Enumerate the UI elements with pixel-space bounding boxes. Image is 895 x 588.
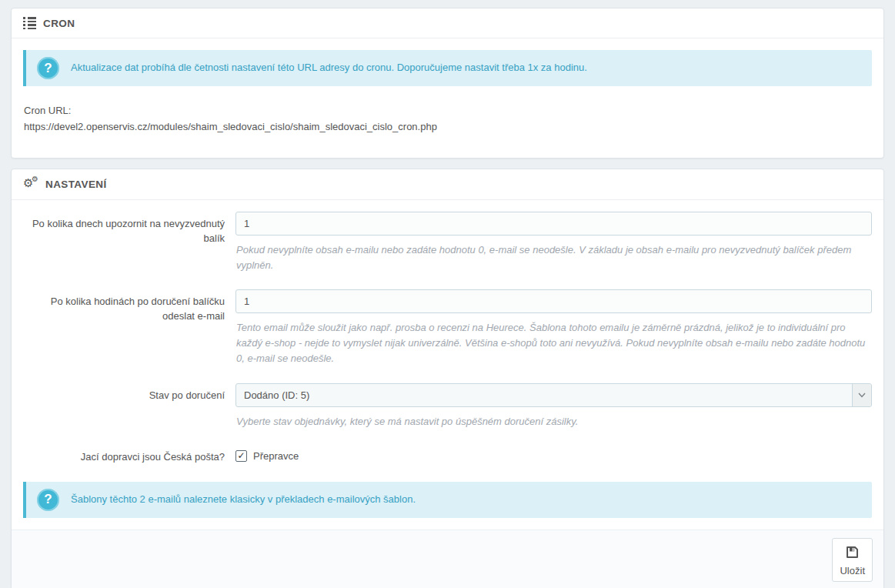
save-button[interactable]: Uložit <box>832 538 873 582</box>
cron-url-value: https://devel2.openservis.cz/modules/sha… <box>24 119 871 135</box>
carrier-checkbox-label: Přepravce <box>253 450 299 462</box>
field-carriers: Jací dopravci jsou Česká pošta? ✓ Přepra… <box>23 446 872 482</box>
save-button-label: Uložit <box>840 565 865 576</box>
cron-panel-body: ? Aktualizace dat probíhá dle četnosti n… <box>12 38 883 158</box>
templates-info-alert: ? Šablony těchto 2 e-mailů naleznete kla… <box>23 482 872 518</box>
question-icon: ? <box>37 57 59 79</box>
cron-panel-title: CRON <box>43 18 75 29</box>
days-not-picked-up-input[interactable] <box>235 212 872 236</box>
question-icon: ? <box>37 489 59 511</box>
field-status-help: Vyberte stav objednávky, který se má nas… <box>236 414 871 429</box>
carrier-checkbox[interactable]: ✓ <box>235 450 247 462</box>
status-selected-value: Dodáno (ID: 5) <box>244 389 309 401</box>
cron-panel-header: CRON <box>12 8 883 38</box>
field-days-not-picked-up: Po kolika dnech upozornit na nevyzvednut… <box>23 212 872 289</box>
field-hours-label: Po kolika hodinách po doručení balíčku o… <box>23 289 235 324</box>
save-icon <box>844 544 860 563</box>
field-status-label: Stav po doručení <box>23 383 235 403</box>
cron-url-block: Cron URL: https://devel2.openservis.cz/m… <box>24 102 871 135</box>
field-hours-after-delivery: Po kolika hodinách po doručení balíčku o… <box>23 289 872 383</box>
carrier-checkbox-row: ✓ Přepravce <box>235 446 872 462</box>
page-content: CRON ? Aktualizace dat probíhá dle četno… <box>0 0 895 588</box>
status-after-delivery-select[interactable]: Dodáno (ID: 5) <box>235 383 872 407</box>
templates-alert-text: Šablony těchto 2 e-mailů naleznete klasi… <box>71 493 416 506</box>
settings-panel: ⚙ ⚙ NASTAVENÍ Po kolika dnech upozornit … <box>11 169 884 588</box>
cron-panel: CRON ? Aktualizace dat probíhá dle četno… <box>11 8 884 159</box>
gears-icon: ⚙ ⚙ <box>23 178 38 191</box>
field-carriers-label: Jací dopravci jsou Česká pošta? <box>23 446 235 465</box>
chevron-down-icon <box>852 384 871 406</box>
list-icon <box>23 17 36 29</box>
settings-panel-header: ⚙ ⚙ NASTAVENÍ <box>12 169 883 200</box>
field-status-after-delivery: Stav po doručení Dodáno (ID: 5) Vyberte … <box>23 383 872 446</box>
settings-panel-footer: Uložit <box>12 530 883 588</box>
field-hours-help: Tento email může sloužit jako např. pros… <box>236 320 871 366</box>
cron-url-label: Cron URL: <box>24 102 871 119</box>
cron-info-alert: ? Aktualizace dat probíhá dle četnosti n… <box>23 50 872 86</box>
hours-after-delivery-input[interactable] <box>235 289 872 313</box>
settings-panel-body: Po kolika dnech upozornit na nevyzvednut… <box>12 200 883 530</box>
field-days-help: Pokud nevyplníte obsah e-mailu nebo zadá… <box>236 242 871 273</box>
field-days-label: Po kolika dnech upozornit na nevyzvednut… <box>23 212 235 246</box>
cron-alert-text: Aktualizace dat probíhá dle četnosti nas… <box>71 61 587 75</box>
settings-panel-title: NASTAVENÍ <box>45 179 107 190</box>
